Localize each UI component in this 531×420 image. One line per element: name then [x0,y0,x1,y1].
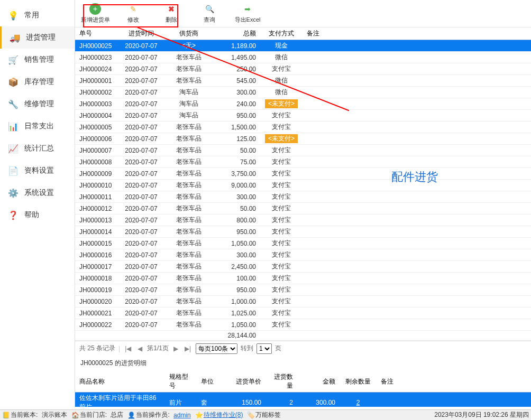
col-date[interactable]: 进货时间 [117,27,165,40]
sidebar-item-2[interactable]: 🛒销售管理 [0,49,75,71]
sidebar-item-7[interactable]: 📄资料设置 [0,160,75,182]
sidebar-label: 系统设置 [24,188,54,198]
sidebar-label: 统计汇总 [24,144,54,153]
dcol-amount[interactable]: 金额 [297,371,340,393]
sidebar-icon: 💡 [7,10,19,21]
table-row[interactable]: JH00000022020-07-07淘车品300.00微信 [75,87,531,98]
sidebar-icon: 📄 [7,165,19,176]
sidebar-label: 库存管理 [24,77,54,87]
sidebar-label: 常用 [24,11,39,20]
sidebar-label: 资料设置 [24,166,54,175]
dcol-left[interactable]: 剩余数量 [340,371,377,393]
sidebar-icon: 🚚 [9,32,21,43]
pager-summary: 共 25 条记录 [79,344,115,353]
pager: 共 25 条记录 | |◀ ◀ 第1/1页 ▶ ▶| 每页100条 转到 1 页 [75,341,531,356]
status-account: 📒当前账本: 演示账本 [2,410,67,419]
sidebar-item-5[interactable]: 📊日常支出 [0,115,75,137]
detail-row[interactable]: 佐佐木刹车片适用于丰田86 前片前片套150.002300.002 [75,393,531,407]
table-row[interactable]: JH00000142020-07-07老张车品950.00支付宝 [75,226,531,238]
table-row[interactable]: JH00000032020-07-07淘车品240.00<未支付> [75,98,531,110]
sidebar-label: 进货管理 [26,33,56,42]
col-payment[interactable]: 支付方式 [260,27,303,40]
sidebar-item-4[interactable]: 🔧维修管理 [0,93,75,115]
table-row[interactable]: JH00000072020-07-07老张车品50.00支付宝 [75,145,531,156]
table-row[interactable]: JH00000242020-07-07老张车品250.00支付宝 [75,63,531,75]
col-supplier[interactable]: 供货商 [165,27,213,40]
col-no[interactable]: 单号 [75,27,117,40]
detail-title: JH0000025 的进货明细 [75,356,531,371]
pager-first[interactable]: |◀ [123,345,133,352]
table-row[interactable]: JH00000192020-07-07老张车品950.00支付宝 [75,284,531,296]
delete-button[interactable]: ✖删除 [155,2,187,25]
purchase-table[interactable]: 单号进货时间供货商总额支付方式备注 JH00000252020-07-07<无>… [75,27,531,341]
pager-pagesize[interactable]: 每页100条 [196,343,237,354]
detail-table[interactable]: 商品名称规格型号单位进货单价进货数量金额剩余数量备注 佐佐木刹车片适用于丰田86… [75,371,531,407]
pager-goto[interactable]: 1 [257,343,272,354]
dcol-unit[interactable]: 单位 [197,371,228,393]
table-row[interactable]: JH00000252020-07-07<无>1,189.00现金 [75,40,531,52]
col-amount[interactable]: 总额 [213,27,260,40]
table-row[interactable]: JH00000102020-07-07老张车品9,000.00支付宝 [75,180,531,191]
sidebar-icon: 🔧 [7,98,19,110]
toolbar: ＋新增进货单 ✎修改 ✖删除 🔍查询 ➡导出Excel [75,0,531,27]
total-amount: 28,144.00 [213,331,260,341]
sidebar-item-8[interactable]: ⚙️系统设置 [0,182,75,204]
table-row[interactable]: JH00000112020-07-07老张车品300.00支付宝 [75,191,531,203]
export-button[interactable]: ➡导出Excel [232,2,263,25]
col-note[interactable]: 备注 [303,27,531,40]
table-row[interactable]: JH00000092020-07-07老张车品3,750.00支付宝 [75,168,531,180]
sidebar-item-3[interactable]: 📦库存管理 [0,71,75,93]
pager-next[interactable]: ▶ [172,345,180,352]
add-button[interactable]: ＋新增进货单 [79,2,111,25]
table-row[interactable]: JH00000052020-07-07老张车品1,500.00支付宝 [75,122,531,133]
status-store: 🏠当前门店: 总店 [71,410,124,419]
sidebar-label: 销售管理 [24,55,54,64]
table-row[interactable]: JH00000122020-07-07老张车品50.00支付宝 [75,203,531,214]
table-row[interactable]: JH00000042020-07-07淘车品950.00支付宝 [75,110,531,122]
sidebar-icon: ⚙️ [7,187,19,199]
table-row[interactable]: JH00000152020-07-07老张车品1,050.00支付宝 [75,238,531,249]
dcol-name[interactable]: 商品名称 [75,371,165,393]
sidebar-label: 日常支出 [24,122,54,131]
table-row[interactable]: JH00000182020-07-07老张车品100.00支付宝 [75,273,531,284]
table-row[interactable]: JH00000162020-07-07老张车品300.00支付宝 [75,249,531,261]
dcol-spec[interactable]: 规格型号 [165,371,197,393]
sidebar: 💡常用🚚进货管理🛒销售管理📦库存管理🔧维修管理📊日常支出📈统计汇总📄资料设置⚙️… [0,0,75,407]
sidebar-item-0[interactable]: 💡常用 [0,4,75,26]
sidebar-icon: 📈 [7,143,19,154]
status-datetime: 2023年03月09日 19:02:26 星期四 [434,410,529,419]
pager-goto-label: 转到 [241,344,253,353]
status-bar: 📒当前账本: 演示账本 🏠当前门店: 总店 👤当前操作员: admin ⭐待维修… [0,409,531,420]
pager-page: 第1/1页 [147,344,169,353]
sidebar-label: 维修管理 [24,99,54,109]
table-row[interactable]: JH00000222020-07-07老张车品1,050.00支付宝 [75,319,531,331]
sidebar-icon: 📊 [7,120,19,132]
dcol-qty[interactable]: 进货数量 [266,371,297,393]
sidebar-icon: 📦 [7,76,19,88]
sidebar-label: 帮助 [24,210,39,220]
edit-button[interactable]: ✎修改 [117,2,149,25]
table-row[interactable]: JH00000082020-07-07老张车品75.00支付宝 [75,156,531,168]
table-row[interactable]: JH00000012020-07-07老张车品545.00微信 [75,75,531,87]
sidebar-item-6[interactable]: 📈统计汇总 [0,137,75,160]
pager-prev[interactable]: ◀ [136,345,144,352]
sidebar-icon: 🛒 [7,54,19,66]
search-button[interactable]: 🔍查询 [194,2,225,25]
table-row[interactable]: JH00000212020-07-07老张车品1,025.00支付宝 [75,307,531,319]
sidebar-icon: ❓ [7,209,19,221]
status-pending-link[interactable]: ⭐待维修作业(8) [195,410,243,419]
sidebar-item-1[interactable]: 🚚进货管理 [0,26,75,49]
status-operator: 👤当前操作员: admin [127,410,190,419]
sidebar-item-9[interactable]: ❓帮助 [0,204,75,226]
dcol-price[interactable]: 进货单价 [228,371,266,393]
table-row[interactable]: JH00000172020-07-07老张车品2,450.00支付宝 [75,261,531,273]
table-row[interactable]: JH00000132020-07-07老张车品800.00支付宝 [75,214,531,226]
pager-last[interactable]: ▶| [183,345,193,352]
table-row[interactable]: JH00000232020-07-07老张车品1,495.00微信 [75,52,531,63]
dcol-note[interactable]: 备注 [377,371,531,393]
pager-page-suffix: 页 [275,344,281,353]
table-row[interactable]: JH00000202020-07-07老张车品1,000.00支付宝 [75,296,531,307]
status-tag[interactable]: 🏷️万能标签 [247,410,281,419]
table-row[interactable]: JH00000062020-07-07老张车品125.00<未支付> [75,133,531,145]
